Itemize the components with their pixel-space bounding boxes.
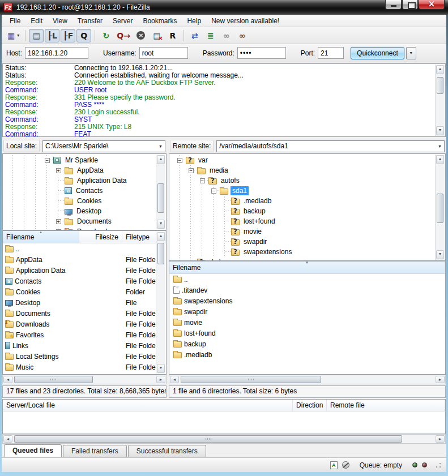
scrollbar-thumb[interactable] bbox=[14, 376, 93, 383]
tree-item-var[interactable]: −var bbox=[174, 155, 434, 165]
scroll-right-icon[interactable] bbox=[436, 435, 445, 443]
local-site-combobox[interactable] bbox=[42, 140, 165, 152]
scroll-right-icon[interactable] bbox=[156, 376, 165, 383]
tree-item-cookies[interactable]: Cookies bbox=[7, 196, 155, 206]
menu-item-view[interactable]: View bbox=[48, 16, 72, 26]
chevron-down-icon[interactable] bbox=[436, 141, 444, 152]
tree-expander[interactable]: − bbox=[174, 155, 185, 165]
file-row-desktop[interactable]: DesktopFile bbox=[3, 297, 166, 308]
tree-item-dvd[interactable]: dvd bbox=[174, 257, 434, 261]
resize-grip-icon[interactable] bbox=[435, 462, 442, 469]
message-log-toggle-icon[interactable]: ▤ bbox=[29, 29, 44, 42]
tree-item-contacts[interactable]: Contacts bbox=[7, 186, 155, 196]
file-row-backup[interactable]: backup bbox=[169, 338, 445, 349]
file-row-cookies[interactable]: CookiesFolder bbox=[3, 286, 166, 297]
tree-item-downloads[interactable]: +Downloads bbox=[7, 226, 155, 230]
tree-item-desktop[interactable]: Desktop bbox=[7, 206, 155, 216]
quickconnect-dropdown-button[interactable] bbox=[406, 47, 416, 59]
refresh-icon[interactable]: ↻ bbox=[99, 29, 113, 42]
tree-item-appdata[interactable]: +AppData bbox=[7, 165, 155, 175]
menu-item-help[interactable]: Help bbox=[182, 16, 206, 26]
chevron-down-icon[interactable]: ▾ bbox=[17, 33, 19, 38]
port-input[interactable] bbox=[318, 47, 344, 59]
queue-toggle-icon[interactable]: Q bbox=[76, 29, 91, 42]
scroll-down-icon[interactable] bbox=[157, 220, 165, 229]
scroll-up-icon[interactable] bbox=[436, 65, 444, 74]
chevron-down-icon[interactable] bbox=[156, 141, 165, 152]
tree-item-application-data[interactable]: Application Data bbox=[7, 175, 155, 186]
tree-expander[interactable]: + bbox=[53, 216, 64, 226]
tree-item-swapextensions[interactable]: swapextensions bbox=[174, 247, 434, 257]
file-row-local-settings[interactable]: Local SettingsFile Folder bbox=[3, 351, 166, 362]
queue-hscrollbar[interactable] bbox=[2, 434, 446, 444]
tree-item-lost-found[interactable]: lost+found bbox=[174, 216, 434, 226]
tree-item-swapdir[interactable]: swapdir bbox=[174, 237, 434, 247]
disconnect-icon[interactable]: ▤× bbox=[150, 29, 164, 42]
transfer-type-icon[interactable] bbox=[330, 461, 338, 469]
file-row-favorites[interactable]: FavoritesFile Folder bbox=[3, 329, 166, 340]
file-row-movie[interactable]: movie bbox=[169, 317, 445, 328]
username-input[interactable] bbox=[139, 47, 188, 59]
process-queue-icon[interactable]: Q→ bbox=[114, 29, 133, 42]
scroll-left-icon[interactable] bbox=[3, 376, 12, 383]
tree-item-sda1[interactable]: −sda1 bbox=[174, 186, 434, 196]
file-row-appdata[interactable]: AppDataFile Folder bbox=[3, 254, 166, 265]
local-list-scrollbar[interactable] bbox=[156, 231, 165, 374]
file-row-contacts[interactable]: ContactsFile Folder bbox=[3, 276, 166, 286]
file-row-lost-found[interactable]: lost+found bbox=[169, 328, 445, 338]
view-filters-icon[interactable]: ≣ bbox=[203, 29, 218, 42]
file-row-links[interactable]: LinksFile Folder bbox=[3, 340, 166, 351]
column-header-filename[interactable]: Filename▼ bbox=[169, 261, 445, 273]
tree-expander[interactable]: − bbox=[41, 155, 53, 165]
tree-item-backup[interactable]: backup bbox=[174, 206, 434, 216]
synchronized-browsing-icon[interactable]: ∞ bbox=[219, 29, 234, 42]
remote-site-path-input[interactable] bbox=[217, 142, 436, 150]
tree-expander[interactable]: + bbox=[53, 226, 64, 230]
find-files-icon[interactable]: ∞ bbox=[235, 29, 250, 42]
maximize-button[interactable] bbox=[402, 0, 418, 10]
scrollbar-thumb[interactable] bbox=[437, 194, 443, 223]
minimize-button[interactable] bbox=[385, 0, 402, 10]
remote-tree-scrollbar[interactable] bbox=[435, 155, 445, 260]
tree-item-autofs[interactable]: −autofs bbox=[174, 175, 434, 186]
file-row-titandev[interactable]: .titandev bbox=[169, 285, 445, 295]
column-header-filesize[interactable]: Filesize bbox=[79, 231, 122, 243]
scroll-up-icon[interactable] bbox=[157, 232, 165, 241]
queue-column-server-local-file[interactable]: Server/Local file bbox=[3, 400, 293, 411]
tree-item-documents[interactable]: +Documents bbox=[7, 216, 155, 226]
scroll-up-icon[interactable] bbox=[436, 155, 444, 164]
speed-limits-icon[interactable] bbox=[342, 461, 349, 469]
remote-list-hscrollbar[interactable] bbox=[169, 375, 446, 384]
local-list-hscrollbar[interactable] bbox=[2, 375, 167, 384]
scrollbar-thumb[interactable] bbox=[181, 376, 321, 383]
directory-comparison-icon[interactable]: ⇄ bbox=[187, 29, 202, 42]
remote-treeview-toggle-icon[interactable]: ┠F bbox=[61, 29, 75, 42]
tree-item-mr-sparkle[interactable]: −Mr Sparkle bbox=[7, 155, 155, 165]
scrollbar-thumb[interactable] bbox=[157, 243, 164, 264]
scroll-down-icon[interactable] bbox=[436, 126, 444, 135]
message-log-scrollbar[interactable] bbox=[435, 65, 445, 136]
file-row-downloads[interactable]: DownloadsFile Folder bbox=[3, 319, 166, 329]
scroll-down-icon[interactable] bbox=[436, 250, 444, 259]
tree-expander[interactable]: − bbox=[185, 165, 197, 175]
menu-item-edit[interactable]: Edit bbox=[26, 16, 47, 26]
scrollbar-thumb[interactable] bbox=[437, 77, 443, 94]
site-manager-icon[interactable]: ▦▾ bbox=[5, 29, 22, 42]
tree-item-mediadb[interactable]: .mediadb bbox=[174, 196, 434, 206]
menu-item-file[interactable]: File bbox=[5, 16, 25, 26]
column-header-filename[interactable]: Filename▲ bbox=[3, 231, 79, 243]
file-row-application-data[interactable]: Application DataFile Folder bbox=[3, 265, 166, 276]
quickconnect-button[interactable]: Quickconnect bbox=[351, 47, 404, 59]
local-site-path-input[interactable] bbox=[43, 142, 156, 150]
queue-column-direction[interactable]: Direction bbox=[293, 400, 327, 411]
tab-successful-transfers[interactable]: Successful transfers bbox=[128, 445, 206, 457]
tab-queued-files[interactable]: Queued files bbox=[4, 444, 62, 457]
password-input[interactable] bbox=[237, 47, 286, 59]
file-row-swapdir[interactable]: swapdir bbox=[169, 306, 445, 317]
host-input[interactable] bbox=[25, 47, 88, 59]
local-tree-scrollbar[interactable] bbox=[156, 155, 165, 229]
queue-column-remote-file[interactable]: Remote file bbox=[327, 400, 445, 411]
scroll-left-icon[interactable] bbox=[170, 376, 179, 383]
file-row-mediadb[interactable]: .mediadb bbox=[169, 349, 445, 360]
scrollbar-thumb[interactable] bbox=[157, 183, 164, 213]
